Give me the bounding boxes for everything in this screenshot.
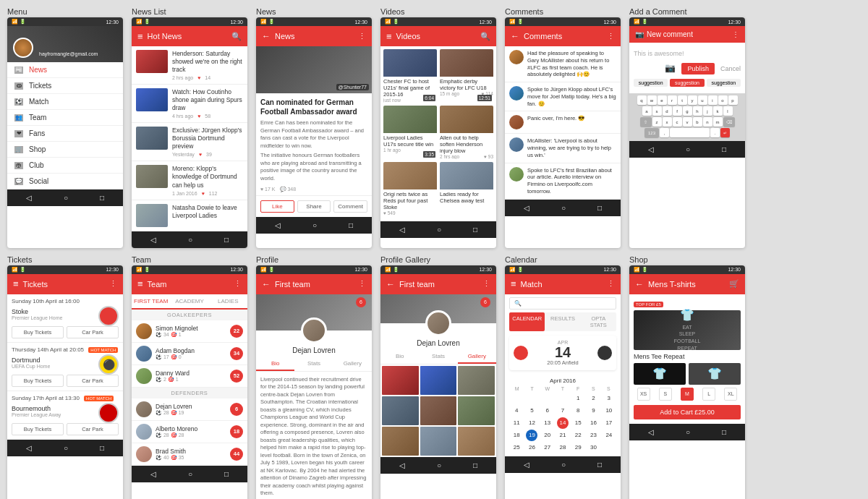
key-g[interactable]: g	[683, 106, 692, 116]
list-item[interactable]: Natasha Dowie to leave Liverpool Ladies	[132, 200, 247, 231]
tab-stats[interactable]: Stats	[419, 350, 457, 364]
home-btn[interactable]: ○	[62, 192, 69, 203]
back-btn[interactable]: ◁	[522, 459, 531, 470]
calendar-day[interactable]: 18	[511, 430, 522, 441]
video-card[interactable]: 6:04 Chester FC to host U21s' final game…	[383, 49, 437, 103]
key-w[interactable]: w	[647, 95, 657, 105]
key-123[interactable]: 123	[644, 128, 659, 137]
buy-tickets-btn[interactable]: Buy Tickets	[12, 375, 64, 387]
size-xs[interactable]: XS	[637, 388, 650, 401]
car-park-btn[interactable]: Car Park	[67, 375, 119, 387]
key-d[interactable]: d	[663, 106, 672, 116]
search-bar[interactable]: 🔍	[509, 297, 616, 310]
gallery-item[interactable]	[382, 396, 419, 425]
calendar-day[interactable]: 11	[511, 417, 522, 429]
player-item[interactable]: Simon Mignolet ⚽ 34 🎯 1 22	[132, 320, 247, 343]
tab-stats[interactable]: Stats	[294, 357, 333, 371]
player-item[interactable]: Alberto Moreno ⚽ 28 🎯 28 18	[132, 421, 247, 443]
shop-thumb[interactable]: 👕	[689, 363, 741, 385]
car-park-btn[interactable]: Car Park	[67, 326, 119, 338]
menu-item-shop[interactable]: 🛒 Shop	[7, 142, 123, 158]
calendar-day[interactable]: 25	[511, 442, 522, 453]
tab-opta[interactable]: OPTA STATS	[581, 312, 616, 331]
calendar-day[interactable]: 2	[588, 393, 600, 404]
more-icon[interactable]: ⋮	[358, 279, 366, 289]
calendar-day[interactable]: 13	[542, 417, 553, 429]
key-delete[interactable]: ⌫	[723, 117, 735, 127]
key-s[interactable]: s	[652, 106, 662, 116]
share-button[interactable]: Share	[297, 200, 331, 213]
size-l[interactable]: L	[702, 388, 715, 401]
home-btn[interactable]: ○	[560, 202, 567, 213]
search-icon[interactable]: 🔍	[231, 32, 242, 41]
back-btn[interactable]: ◁	[149, 469, 158, 479]
size-xl[interactable]: XL	[724, 388, 737, 401]
comment-button[interactable]: Comment	[333, 200, 367, 213]
key-p[interactable]: p	[728, 95, 738, 105]
more-icon[interactable]: ⋮	[358, 32, 366, 41]
hamburger-icon[interactable]: ≡	[13, 278, 19, 289]
key-j[interactable]: j	[703, 106, 712, 116]
recents-btn[interactable]: □	[472, 460, 479, 471]
publish-button[interactable]: Publish	[681, 63, 715, 74]
key-shift[interactable]: ⇧	[640, 117, 652, 127]
tab-calendar[interactable]: CALENDAR	[509, 312, 545, 331]
key-u[interactable]: u	[698, 95, 707, 105]
home-btn[interactable]: ○	[62, 443, 69, 453]
back-icon[interactable]: ←	[635, 279, 644, 289]
home-btn[interactable]: ○	[435, 460, 443, 471]
recents-btn[interactable]: □	[347, 220, 354, 231]
home-btn[interactable]: ○	[684, 427, 692, 438]
calendar-day[interactable]: 10	[603, 405, 615, 417]
search-icon[interactable]: 🔍	[480, 32, 490, 41]
recents-btn[interactable]: □	[720, 144, 728, 155]
more-icon[interactable]: ⋮	[482, 279, 490, 289]
back-btn[interactable]: ◁	[149, 234, 158, 245]
calendar-day[interactable]: 14	[557, 417, 569, 429]
back-btn[interactable]: ◁	[25, 192, 33, 203]
camera-attach-icon[interactable]: 📷	[665, 63, 676, 74]
back-btn[interactable]: ◁	[647, 144, 655, 155]
menu-item-club[interactable]: 🏟 Club	[7, 158, 123, 174]
back-btn[interactable]: ◁	[398, 460, 407, 471]
back-icon[interactable]: ←	[386, 279, 395, 289]
key-b[interactable]: b	[693, 117, 702, 127]
calendar-day[interactable]: 21	[557, 430, 569, 441]
key-v[interactable]: v	[683, 117, 692, 127]
recents-btn[interactable]: □	[596, 202, 603, 213]
calendar-day[interactable]: 1	[572, 393, 584, 404]
key-c[interactable]: c	[673, 117, 682, 127]
home-btn[interactable]: ○	[684, 144, 692, 155]
key-q[interactable]: q	[637, 95, 647, 105]
calendar-day[interactable]: 24	[603, 430, 615, 441]
key-comma[interactable]: ,	[660, 128, 669, 137]
key-a[interactable]: a	[642, 106, 652, 116]
calendar-day[interactable]: 26	[526, 442, 537, 453]
gallery-item[interactable]	[382, 427, 419, 456]
gallery-item[interactable]	[382, 366, 419, 395]
player-item[interactable]: Dejan Lovren ⚽ 28 🎯 19 6	[132, 398, 247, 421]
tab-bio[interactable]: Bio	[256, 357, 294, 371]
cart-icon[interactable]: 🛒	[729, 279, 739, 289]
list-item[interactable]: Moreno: Klopp's knowledge of Dortmund ca…	[132, 161, 247, 200]
hamburger-icon[interactable]: ≡	[386, 31, 392, 42]
calendar-day[interactable]: 16	[588, 417, 600, 429]
recents-btn[interactable]: □	[223, 469, 230, 479]
calendar-day[interactable]: 3	[603, 393, 615, 404]
player-item[interactable]: Danny Ward ⚽ 2 🎯 1 52	[132, 365, 247, 388]
recents-btn[interactable]: □	[223, 234, 230, 245]
key-n[interactable]: n	[703, 117, 712, 127]
key-f[interactable]: f	[673, 106, 682, 116]
key-enter[interactable]: ↵	[720, 128, 730, 137]
key-l[interactable]: l	[723, 106, 733, 116]
size-m[interactable]: M	[681, 388, 694, 401]
menu-item-social[interactable]: 💬 Social	[7, 174, 123, 189]
hamburger-icon[interactable]: ≡	[511, 278, 516, 289]
calendar-day[interactable]: 4	[511, 405, 522, 417]
hamburger-icon[interactable]: ≡	[137, 278, 143, 289]
calendar-day[interactable]: 7	[557, 405, 569, 417]
size-s[interactable]: S	[659, 388, 672, 401]
recents-btn[interactable]: □	[472, 224, 479, 235]
tab-gallery[interactable]: Gallery	[333, 357, 372, 371]
home-btn[interactable]: ○	[311, 220, 318, 231]
